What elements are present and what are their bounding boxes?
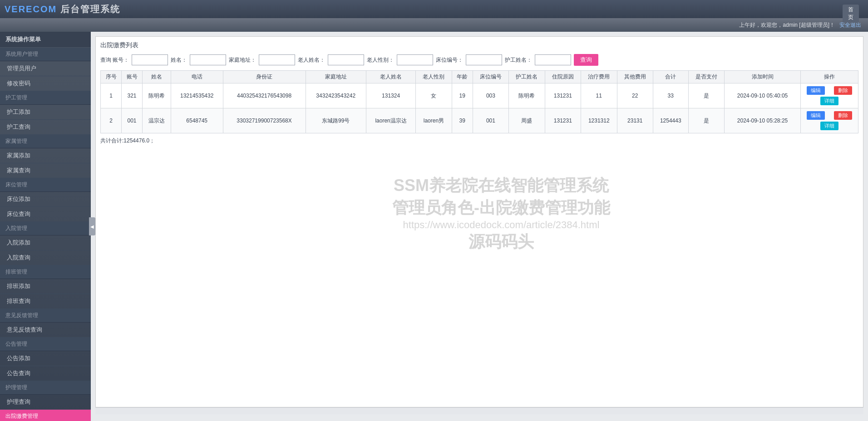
cell-add_time: 2024-09-10 05:28:25: [725, 108, 801, 133]
sidebar-item-system-user-management[interactable]: 系统用户管理: [0, 48, 91, 61]
cell-add_time: 2024-09-10 05:40:05: [725, 83, 801, 108]
col-header-elder-gender: 老人性别: [416, 71, 452, 83]
elder-gender-input[interactable]: [397, 54, 433, 65]
cell-treatment_fee: 11: [581, 83, 617, 108]
horizontal-scrollbar[interactable]: [95, 407, 863, 414]
elder-gender-label: 老人性别：: [367, 56, 394, 64]
sidebar-item-nurse-add[interactable]: 护工添加: [0, 105, 91, 120]
sidebar-item-bed-query[interactable]: 床位查询: [0, 207, 91, 222]
app-logo: VERECOM 后台管理系统: [5, 3, 120, 15]
page-title: 出院缴费列表: [100, 41, 858, 49]
sidebar-item-admin-users[interactable]: 管理员用户: [0, 61, 91, 76]
cell-action: 编辑删除详细: [800, 83, 858, 108]
sidebar-item-discharge-management[interactable]: 出院缴费管理: [0, 410, 91, 421]
cell-bed_no: 001: [473, 108, 508, 133]
edit-button[interactable]: 编辑: [807, 111, 825, 120]
cell-name: 温宗达: [143, 108, 171, 133]
sidebar-item-bed-management[interactable]: 床位管理: [0, 178, 91, 192]
cell-total: 1254443: [653, 108, 688, 133]
account-label: 查询 账号：: [100, 56, 129, 64]
col-header-idcard: 身份证: [223, 71, 306, 83]
cell-elder_name: laoren温宗达: [366, 108, 416, 133]
name-input[interactable]: [190, 54, 226, 65]
home-button[interactable]: 首页: [843, 5, 859, 23]
sidebar-item-family-query[interactable]: 家属查询: [0, 163, 91, 178]
nurse-input[interactable]: [535, 54, 571, 65]
col-header-address: 家庭地址: [306, 71, 366, 83]
address-input[interactable]: [259, 54, 295, 65]
delete-button[interactable]: 删除: [834, 111, 852, 120]
header-row: 上午好，欢迎您，admin [超级管理员]！ 安全退出: [0, 18, 868, 32]
cell-name: 陈明希: [143, 83, 171, 108]
sidebar-item-nurse-query[interactable]: 护工查询: [0, 120, 91, 135]
cell-elder_gender: 女: [416, 83, 452, 108]
col-header-account: 账号: [122, 71, 143, 83]
cell-id_card: 440325432176543098: [223, 83, 306, 108]
elder-name-label: 老人姓名：: [298, 56, 325, 64]
cell-elder_gender: laoren男: [416, 108, 452, 133]
cell-paid: 是: [688, 108, 724, 133]
sidebar-item-shift-add[interactable]: 排班添加: [0, 279, 91, 294]
sidebar-item-shift-query[interactable]: 排班查询: [0, 294, 91, 309]
sidebar-item-notice-management[interactable]: 公告管理: [0, 338, 91, 351]
detail-button[interactable]: 详细: [820, 97, 838, 105]
sidebar-item-admission-add[interactable]: 入院添加: [0, 235, 91, 250]
sidebar-collapse-button[interactable]: ◀: [89, 217, 95, 235]
cell-action: 编辑删除详细: [800, 108, 858, 133]
col-header-elder-name: 老人姓名: [366, 71, 416, 83]
cell-account: 001: [122, 108, 143, 133]
cell-index: 2: [101, 108, 122, 133]
sidebar-item-feedback-query[interactable]: 意见反馈查询: [0, 323, 91, 338]
nurse-label: 护工姓名：: [505, 56, 532, 64]
cell-account: 321: [122, 83, 143, 108]
col-header-bed-no: 床位编号: [473, 71, 508, 83]
sidebar-item-admission-query[interactable]: 入院查询: [0, 250, 91, 265]
detail-button[interactable]: 详细: [820, 122, 838, 130]
edit-button[interactable]: 编辑: [807, 86, 825, 95]
cell-address: 东城路99号: [306, 108, 366, 133]
cell-total: 33: [653, 83, 688, 108]
sidebar-item-care-management[interactable]: 护理管理: [0, 381, 91, 395]
cell-address: 3432423543242: [306, 83, 366, 108]
sidebar-item-care-query[interactable]: 护理查询: [0, 395, 91, 410]
sidebar-item-family-add[interactable]: 家属添加: [0, 148, 91, 163]
data-table: 序号 账号 姓名 电话 身份证 家庭地址 老人姓名 老人性别 年龄 床位编号 护…: [100, 70, 858, 133]
page-content: 出院缴费列表 查询 账号： 姓名： 家庭地址： 老人姓名： 老人性别： 床位编号…: [95, 36, 863, 407]
sidebar-item-notice-query[interactable]: 公告查询: [0, 366, 91, 381]
cell-paid: 是: [688, 83, 724, 108]
sidebar-item-family-management[interactable]: 家属管理: [0, 135, 91, 148]
search-button[interactable]: 查询: [574, 54, 598, 66]
sidebar-item-shift-management[interactable]: 排班管理: [0, 265, 91, 279]
cell-index: 1: [101, 83, 122, 108]
sidebar-item-nurse-management[interactable]: 护工管理: [0, 91, 91, 105]
col-header-index: 序号: [101, 71, 122, 83]
bed-label: 床位编号：: [436, 56, 463, 64]
sidebar-item-bed-add[interactable]: 床位添加: [0, 192, 91, 207]
sidebar-item-admission-management[interactable]: 入院管理: [0, 222, 91, 235]
elder-name-input[interactable]: [328, 54, 364, 65]
watermark: SSM养老院在线智能管理系统 管理员角色-出院缴费管理功能 https://ww…: [392, 175, 610, 253]
watermark-line1: SSM养老院在线智能管理系统: [392, 175, 610, 197]
cell-other_fee: 23131: [617, 108, 653, 133]
col-header-nurse: 护工姓名: [509, 71, 545, 83]
delete-button[interactable]: 删除: [834, 86, 852, 95]
cell-treatment_fee: 1231312: [581, 108, 617, 133]
table-row: 1321陈明希132145354324403254321765430983432…: [101, 83, 858, 108]
table-row: 2001温宗达654874533032719900723568X东城路99号la…: [101, 108, 858, 133]
user-greeting: 上午好，欢迎您，admin [超级管理员]！: [739, 21, 835, 29]
account-input[interactable]: [132, 54, 168, 65]
sidebar-item-notice-add[interactable]: 公告添加: [0, 351, 91, 366]
sidebar-item-feedback-management[interactable]: 意见反馈管理: [0, 309, 91, 323]
col-header-other-fee: 其他费用: [617, 71, 653, 83]
col-header-age: 年龄: [452, 71, 473, 83]
sidebar: 系统操作菜单 系统用户管理 管理员用户 修改密码 护工管理 护工添加 护工查询 …: [0, 32, 91, 421]
cell-admit_reason: 131231: [545, 83, 581, 108]
col-header-phone: 电话: [171, 71, 223, 83]
watermark-line2: 管理员角色-出院缴费管理功能: [392, 197, 610, 219]
bed-input[interactable]: [466, 54, 502, 65]
cell-phone: 13214535432: [171, 83, 223, 108]
cell-other_fee: 22: [617, 83, 653, 108]
sidebar-title: 系统操作菜单: [0, 32, 91, 48]
sidebar-item-change-password[interactable]: 修改密码: [0, 76, 91, 91]
col-header-add-time: 添加时间: [725, 71, 801, 83]
